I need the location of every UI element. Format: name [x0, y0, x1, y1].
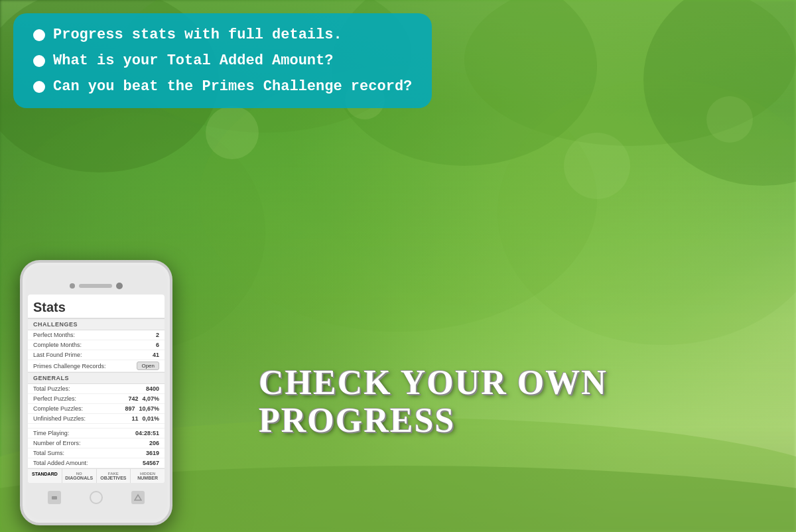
- bullet-1: [33, 29, 45, 41]
- bullet-text-1: Progress stats with full details.: [53, 27, 342, 43]
- tab-objetives[interactable]: FAKE OBJETIVES: [97, 469, 131, 483]
- screen-title: Stats: [28, 295, 165, 318]
- complete-puzzles-count: 897: [125, 405, 135, 412]
- tab-standard-label: STANDARD: [29, 472, 60, 476]
- phone-nav: [28, 486, 165, 509]
- complete-months-label: Complete Months:: [33, 342, 82, 348]
- time-playing-row: Time Playing: 04:28:51: [28, 429, 165, 438]
- nav-back-button[interactable]: [48, 491, 61, 504]
- phone-screen: Stats CHALLENGES Perfect Months: 2 Compl…: [28, 295, 165, 483]
- bullet-text-2: What is your Total Added Amount?: [53, 52, 333, 69]
- perfect-months-row: Perfect Months: 2: [28, 330, 165, 340]
- perfect-puzzles-label: Perfect Puzzles:: [33, 395, 76, 402]
- perfect-puzzles-values: 742 4,07%: [128, 395, 159, 402]
- challenges-header: CHALLENGES: [28, 318, 165, 330]
- svg-marker-15: [135, 495, 141, 500]
- complete-puzzles-row: Complete Puzzles: 897 10,67%: [28, 404, 165, 414]
- total-sums-label: Total Sums:: [33, 450, 64, 456]
- total-puzzles-label: Total Puzzles:: [33, 385, 70, 392]
- time-playing-label: Time Playing:: [33, 430, 69, 436]
- bottom-tabs[interactable]: STANDARD NO DIAGONALS FAKE OBJETIVES HID…: [28, 468, 165, 483]
- nav-home-button[interactable]: [90, 491, 103, 504]
- total-sums-value: 3619: [146, 450, 159, 456]
- perfect-months-label: Perfect Months:: [33, 332, 75, 338]
- tab-number-label: NUMBER: [132, 476, 163, 480]
- check-progress-heading: Check your own progress: [259, 364, 776, 439]
- bullet-2: [33, 55, 45, 67]
- last-found-prime-row: Last Found Prime: 41: [28, 350, 165, 360]
- complete-puzzles-label: Complete Puzzles:: [33, 405, 83, 412]
- time-playing-value: 04:28:51: [135, 430, 159, 436]
- primes-challenge-row: Primes Challenge Records: Open: [28, 360, 165, 372]
- phone-camera: [70, 283, 75, 289]
- total-added-row: Total Added Amount: 54567: [28, 458, 165, 468]
- info-bubble: Progress stats with full details. What i…: [13, 13, 432, 108]
- tab-objetives-label: OBJETIVES: [98, 476, 129, 480]
- bullet-item-3: Can you beat the Primes Challenge record…: [33, 78, 412, 95]
- total-sums-row: Total Sums: 3619: [28, 448, 165, 458]
- bullet-3: [33, 81, 45, 93]
- perfect-puzzles-row: Perfect Puzzles: 742 4,07%: [28, 394, 165, 404]
- tab-number[interactable]: HIDDEN NUMBER: [131, 469, 165, 483]
- total-added-label: Total Added Amount:: [33, 460, 88, 466]
- nav-menu-button[interactable]: [131, 491, 145, 504]
- complete-puzzles-values: 897 10,67%: [125, 405, 159, 412]
- errors-value: 206: [149, 440, 159, 446]
- unfinished-puzzles-values: 11 0,01%: [131, 415, 159, 422]
- tab-standard[interactable]: STANDARD: [28, 469, 62, 483]
- complete-puzzles-pct: 10,67%: [139, 405, 159, 412]
- last-found-prime-label: Last Found Prime:: [33, 352, 82, 358]
- tab-diagonals[interactable]: NO DIAGONALS: [62, 469, 97, 483]
- unfinished-puzzles-pct: 0,01%: [142, 415, 159, 422]
- bullet-item-2: What is your Total Added Amount?: [33, 52, 412, 69]
- phone-body: Stats CHALLENGES Perfect Months: 2 Compl…: [20, 260, 172, 525]
- total-puzzles-value: 8400: [146, 385, 159, 392]
- generals-header: GENERALS: [28, 372, 165, 384]
- perfect-puzzles-pct: 4,07%: [142, 395, 159, 402]
- perfect-puzzles-count: 742: [128, 395, 138, 402]
- perfect-months-value: 2: [156, 332, 159, 338]
- open-button[interactable]: Open: [137, 362, 159, 370]
- complete-months-row: Complete Months: 6: [28, 340, 165, 350]
- phone-camera-right: [116, 283, 123, 289]
- last-found-prime-value: 41: [153, 352, 159, 358]
- phone-speaker: [79, 284, 112, 288]
- tab-diagonals-label: DIAGONALS: [64, 476, 95, 480]
- errors-row: Number of Errors: 206: [28, 438, 165, 448]
- menu-icon: [134, 494, 142, 501]
- errors-label: Number of Errors:: [33, 440, 81, 446]
- complete-months-value: 6: [156, 342, 159, 348]
- primes-challenge-label: Primes Challenge Records:: [33, 363, 106, 369]
- unfinished-puzzles-count: 11: [131, 415, 138, 422]
- bullet-item-1: Progress stats with full details.: [33, 27, 412, 43]
- spacer-row: [28, 424, 165, 429]
- total-added-value: 54567: [143, 460, 159, 466]
- total-puzzles-row: Total Puzzles: 8400: [28, 384, 165, 394]
- phone-mockup: Stats CHALLENGES Perfect Months: 2 Compl…: [20, 260, 172, 525]
- unfinished-puzzles-row: Unfinished Puzzles: 11 0,01%: [28, 414, 165, 424]
- bullet-text-3: Can you beat the Primes Challenge record…: [53, 78, 412, 95]
- back-icon: [50, 494, 58, 501]
- unfinished-puzzles-label: Unfinished Puzzles:: [33, 415, 86, 422]
- phone-top-bar: [28, 283, 165, 289]
- svg-rect-14: [52, 496, 57, 499]
